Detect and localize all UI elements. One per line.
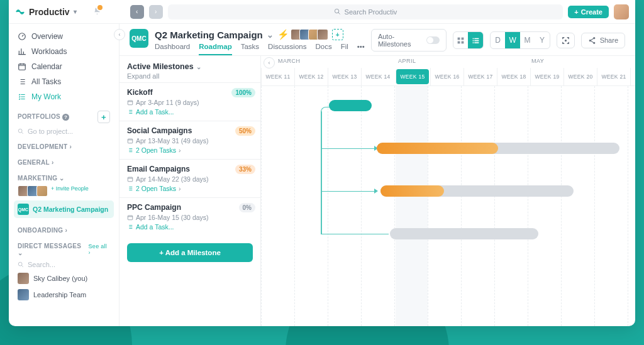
gantt-bar-ppc[interactable] bbox=[390, 228, 538, 239]
milestone-block[interactable]: Social Campaigns Apr 13-May 31 (49 days)… bbox=[119, 121, 260, 159]
arrow-icon bbox=[374, 189, 378, 194]
svg-line-7 bbox=[21, 265, 23, 267]
month-button[interactable]: M bbox=[520, 32, 535, 48]
milestone-progress: 50% bbox=[235, 126, 255, 136]
collapse-sidebar-button[interactable]: ‹ bbox=[114, 29, 125, 40]
week-cell[interactable]: WEEK 11 bbox=[261, 68, 294, 85]
general-section[interactable]: GENERAL › bbox=[9, 153, 119, 168]
marketing-section[interactable]: MARKETING ⌄ bbox=[9, 168, 119, 184]
week-cell[interactable]: WEEK 15 bbox=[396, 69, 429, 84]
milestone-block[interactable]: Email Campaigns Apr 14-May 22 (39 days) … bbox=[119, 159, 260, 197]
milestone-link[interactable]: Add a Task... bbox=[127, 108, 253, 116]
year-button[interactable]: Y bbox=[535, 32, 549, 48]
tab-roadmap[interactable]: Roadmap bbox=[199, 43, 231, 55]
global-search[interactable]: Search Productiv bbox=[168, 4, 564, 19]
svg-point-0 bbox=[335, 9, 338, 13]
gantt-bar-email-progress bbox=[380, 185, 444, 197]
nav-all-tasks[interactable]: All Tasks bbox=[9, 74, 119, 89]
auto-milestones-toggle[interactable]: Auto-Milestones bbox=[371, 29, 447, 52]
week-cell[interactable]: WEEK 12 bbox=[294, 68, 328, 85]
sidebar: Overview Workloads Calendar All Tasks My… bbox=[9, 24, 119, 326]
scroll-left-button[interactable]: ‹ bbox=[264, 57, 275, 68]
grid-view-button[interactable] bbox=[453, 32, 468, 48]
user-avatar[interactable] bbox=[614, 4, 629, 19]
check-list-icon bbox=[18, 92, 26, 101]
search-icon bbox=[334, 8, 341, 15]
milestone-link[interactable]: 2 Open Tasks › bbox=[127, 185, 253, 192]
list-view-button[interactable] bbox=[468, 32, 482, 48]
week-cell[interactable]: WEEK 19 bbox=[530, 68, 564, 85]
milestones-heading[interactable]: Active Milestones ⌄ bbox=[127, 62, 253, 71]
svg-rect-17 bbox=[474, 42, 479, 43]
tab-discussions[interactable]: Discussions bbox=[268, 43, 306, 55]
search-icon bbox=[18, 261, 24, 268]
day-button[interactable]: D bbox=[491, 32, 505, 48]
nav-back-button[interactable]: ‹ bbox=[130, 5, 144, 19]
nav-calendar[interactable]: Calendar bbox=[9, 59, 119, 74]
gauge-icon bbox=[18, 32, 26, 41]
member-avatar[interactable] bbox=[36, 185, 48, 197]
create-button[interactable]: + Create bbox=[568, 6, 609, 18]
tab-tasks[interactable]: Tasks bbox=[241, 43, 259, 55]
expand-all-button[interactable]: Expand all bbox=[127, 72, 253, 80]
week-cell[interactable]: WEEK 21 bbox=[597, 68, 630, 85]
gantt-body[interactable]: /* gridlines via JS below */ bbox=[261, 86, 635, 326]
member-avatar[interactable] bbox=[317, 29, 328, 40]
milestones-column: Active Milestones ⌄ Expand all Kickoff A… bbox=[119, 56, 261, 326]
add-milestone-button[interactable]: + Add a Milestone bbox=[127, 243, 253, 262]
invite-people-link[interactable]: + Invite People bbox=[51, 185, 89, 197]
milestone-link[interactable]: Add a Task... bbox=[127, 223, 253, 231]
share-button[interactable]: Share bbox=[581, 33, 625, 48]
gantt-bar-kickoff[interactable] bbox=[329, 100, 372, 111]
add-portfolio-button[interactable]: + bbox=[97, 111, 110, 123]
project-title[interactable]: Q2 Marketing Campaign ⌄ ⚡ + bbox=[155, 29, 365, 40]
active-project[interactable]: QMC Q2 Marketing Campaign bbox=[14, 200, 114, 218]
gantt-header: ‹ MARCH APRIL MAY WEEK 11WEEK 12WEEK 13W… bbox=[261, 56, 635, 86]
logo-icon bbox=[15, 7, 25, 17]
onboarding-section[interactable]: ONBOARDING › bbox=[9, 221, 119, 236]
focus-button[interactable] bbox=[557, 33, 575, 48]
dm-avatar bbox=[18, 289, 29, 300]
nav-my-work[interactable]: My Work bbox=[9, 89, 119, 104]
search-icon bbox=[18, 128, 24, 134]
nav-workloads[interactable]: Workloads bbox=[9, 44, 119, 59]
calendar-icon bbox=[127, 176, 133, 182]
milestone-block[interactable]: Kickoff Apr 3-Apr 11 (9 days) Add a Task… bbox=[119, 82, 260, 121]
milestone-block[interactable]: PPC Campaign Apr 16-May 15 (30 days) Add… bbox=[119, 197, 260, 236]
milestone-link[interactable]: 2 Open Tasks › bbox=[127, 146, 253, 154]
connector bbox=[321, 107, 330, 113]
week-cell[interactable]: WEEK 13 bbox=[328, 68, 361, 85]
week-cell[interactable]: WE bbox=[630, 68, 635, 85]
nav-overview[interactable]: Overview bbox=[9, 29, 119, 44]
tab-files[interactable]: Fil bbox=[341, 43, 348, 55]
week-cell[interactable]: WEEK 18 bbox=[497, 68, 530, 85]
dm-search[interactable]: Search... bbox=[9, 259, 119, 270]
help-icon[interactable]: ? bbox=[62, 114, 69, 121]
week-cell[interactable]: WEEK 14 bbox=[361, 68, 394, 85]
see-all-link[interactable]: See all › bbox=[89, 243, 110, 256]
list-icon bbox=[472, 36, 480, 45]
tab-dashboard[interactable]: Dashboard bbox=[155, 43, 190, 55]
app-logo[interactable]: Productiv ▾ bbox=[15, 7, 77, 17]
portfolio-search[interactable]: Go to project... bbox=[9, 126, 119, 137]
project-icon: QMC bbox=[130, 29, 148, 48]
dm-item[interactable]: Leadership Team bbox=[9, 287, 119, 303]
svg-rect-16 bbox=[472, 42, 474, 43]
main-panel: ‹ QMC Q2 Marketing Campaign ⌄ ⚡ bbox=[119, 24, 635, 326]
tab-docs[interactable]: Docs bbox=[315, 43, 331, 55]
svg-rect-13 bbox=[474, 38, 479, 39]
week-cell[interactable]: WEEK 16 bbox=[430, 68, 464, 85]
week-cell[interactable]: WEEK 20 bbox=[564, 68, 597, 85]
development-section[interactable]: DEVELOPMENT › bbox=[9, 137, 119, 153]
svg-line-1 bbox=[338, 13, 340, 14]
gantt-chart: ‹ MARCH APRIL MAY WEEK 11WEEK 12WEEK 13W… bbox=[261, 56, 635, 326]
notifications-button[interactable] bbox=[93, 6, 101, 18]
toggle-icon bbox=[426, 36, 440, 44]
nav-forward-button[interactable]: › bbox=[149, 5, 163, 19]
week-button[interactable]: W bbox=[505, 32, 519, 48]
more-tabs[interactable]: ••• bbox=[357, 43, 365, 55]
week-cell[interactable]: WEEK 17 bbox=[464, 68, 497, 85]
dm-item[interactable]: Sky Calibey (you) bbox=[9, 270, 119, 287]
add-member-button[interactable]: + bbox=[332, 29, 343, 40]
bolt-icon[interactable]: ⚡ bbox=[277, 29, 289, 40]
